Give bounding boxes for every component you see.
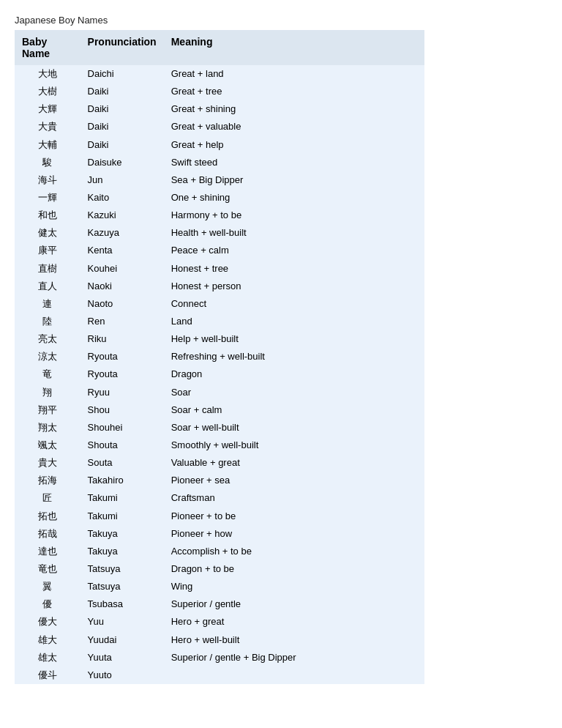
meaning-cell: Connect [164,295,424,313]
table-row: 拓海TakahiroPioneer + sea [15,472,424,489]
kanji-cell: 雄大 [15,631,80,649]
kanji-cell: 翔太 [15,419,80,437]
kanji-cell: 翔平 [15,401,80,419]
page-title: Japanese Boy Names [15,15,424,26]
meaning-cell: Refreshing + well-built [164,348,424,365]
kanji-cell: 竜 [15,365,80,383]
table-row: 貴大SoutaValuable + great [15,454,424,472]
meaning-cell: Pioneer + how [164,525,424,543]
meaning-cell: Sea + Big Dipper [164,171,424,189]
pronunciation-cell: Daiki [80,118,164,135]
table-row: 翔平ShouSoar + calm [15,401,424,419]
meaning-cell: Peace + calm [164,242,424,259]
pronunciation-cell: Souta [80,454,164,472]
meaning-cell: Dragon [164,365,424,383]
meaning-cell: Pioneer + sea [164,472,424,489]
kanji-cell: 優大 [15,613,80,631]
table-row: 匠TakumiCraftsman [15,489,424,507]
pronunciation-cell: Kazuki [80,207,164,224]
kanji-cell: 一輝 [15,189,80,207]
meaning-cell: Great + help [164,136,424,154]
meaning-cell: Craftsman [164,489,424,507]
pronunciation-cell: Takumi [80,489,164,507]
kanji-cell: 颯太 [15,437,80,454]
kanji-cell: 連 [15,295,80,313]
meaning-cell: Health + well-built [164,224,424,242]
pronunciation-cell: Tatsuya [80,578,164,595]
table-row: 拓也TakumiPioneer + to be [15,508,424,525]
table-row: 駿DaisukeSwift steed [15,154,424,171]
kanji-cell: 涼太 [15,348,80,365]
kanji-cell: 陸 [15,313,80,330]
pronunciation-cell: Ryouta [80,348,164,365]
pronunciation-cell: Jun [80,171,164,189]
pronunciation-cell: Daiki [80,83,164,100]
kanji-cell: 大貴 [15,118,80,135]
pronunciation-cell: Daichi [80,65,164,83]
pronunciation-cell: Daiki [80,136,164,154]
kanji-cell: 和也 [15,207,80,224]
pronunciation-cell: Takuya [80,543,164,560]
table-row: 大輔DaikiGreat + help [15,136,424,154]
table-row: 海斗JunSea + Big Dipper [15,171,424,189]
table-row: 和也KazukiHarmony + to be [15,207,424,224]
kanji-cell: 竜也 [15,560,80,578]
kanji-cell: 優 [15,595,80,613]
kanji-cell: 翼 [15,578,80,595]
pronunciation-cell: Shou [80,401,164,419]
table-row: 優大YuuHero + great [15,613,424,631]
names-table: Baby Name Pronunciation Meaning 大地Daichi… [15,30,424,684]
meaning-cell: Honest + tree [164,260,424,278]
pronunciation-cell: Kenta [80,242,164,259]
table-row: 健太KazuyaHealth + well-built [15,224,424,242]
meaning-cell: Honest + person [164,278,424,295]
kanji-cell: 翔 [15,384,80,401]
pronunciation-cell: Daisuke [80,154,164,171]
table-row: 一輝KaitoOne + shining [15,189,424,207]
table-row: 雄大YuudaiHero + well-built [15,631,424,649]
header-meaning: Meaning [164,30,424,65]
pronunciation-cell: Takahiro [80,472,164,489]
kanji-cell: 直人 [15,278,80,295]
header-baby-name: Baby Name [15,30,80,65]
table-row: 大樹DaikiGreat + tree [15,83,424,100]
table-row: 大輝DaikiGreat + shining [15,100,424,118]
meaning-cell: Great + land [164,65,424,83]
meaning-cell: Dragon + to be [164,560,424,578]
table-row: 亮太RikuHelp + well-built [15,330,424,348]
meaning-cell: Soar [164,384,424,401]
pronunciation-cell: Yuuto [80,666,164,684]
meaning-cell: One + shining [164,189,424,207]
meaning-cell: Soar + calm [164,401,424,419]
pronunciation-cell: Shouhei [80,419,164,437]
kanji-cell: 匠 [15,489,80,507]
pronunciation-cell: Kazuya [80,224,164,242]
pronunciation-cell: Tsubasa [80,595,164,613]
kanji-cell: 健太 [15,224,80,242]
header-pronunciation: Pronunciation [80,30,164,65]
meaning-cell: Wing [164,578,424,595]
meaning-cell: Superior / gentle + Big Dipper [164,649,424,666]
pronunciation-cell: Kouhei [80,260,164,278]
table-row: 翔RyuuSoar [15,384,424,401]
table-row: 優TsubasaSuperior / gentle [15,595,424,613]
kanji-cell: 駿 [15,154,80,171]
table-row: 涼太RyoutaRefreshing + well-built [15,348,424,365]
table-row: 翼TatsuyaWing [15,578,424,595]
kanji-cell: 亮太 [15,330,80,348]
meaning-cell: Swift steed [164,154,424,171]
meaning-cell: Great + valuable [164,118,424,135]
table-row: 颯太ShoutaSmoothly + well-built [15,437,424,454]
meaning-cell: Hero + well-built [164,631,424,649]
table-row: 竜也TatsuyaDragon + to be [15,560,424,578]
kanji-cell: 優斗 [15,666,80,684]
pronunciation-cell: Takumi [80,508,164,525]
meaning-cell: Help + well-built [164,330,424,348]
kanji-cell: 拓海 [15,472,80,489]
pronunciation-cell: Yuudai [80,631,164,649]
table-row: 陸RenLand [15,313,424,330]
meaning-cell: Superior / gentle [164,595,424,613]
table-row: 拓哉TakuyaPioneer + how [15,525,424,543]
pronunciation-cell: Yuuta [80,649,164,666]
table-row: 翔太ShouheiSoar + well-built [15,419,424,437]
